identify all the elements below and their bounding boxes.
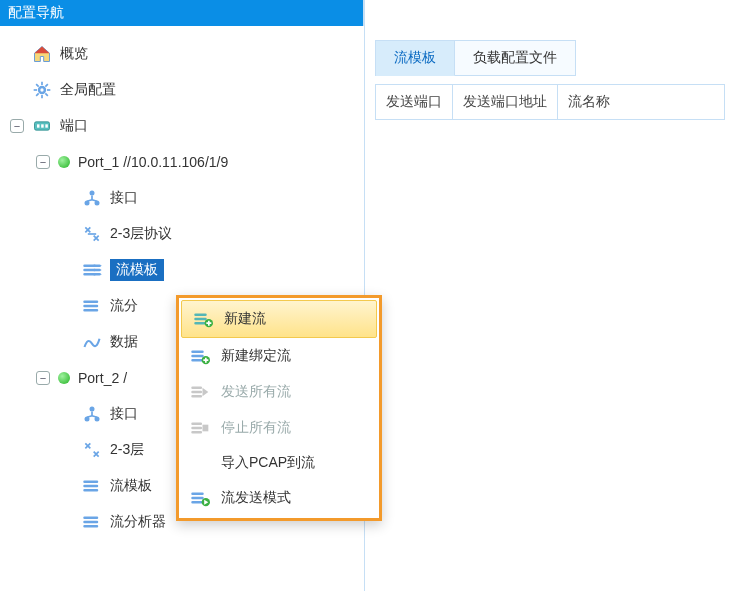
analyzer-icon	[82, 512, 102, 532]
status-dot-icon	[58, 156, 70, 168]
play-icon	[190, 382, 210, 402]
stop-icon	[190, 418, 210, 438]
tree-item-label: 2-3层协议	[110, 225, 172, 243]
content-area: 流模板 负载配置文件 发送端口 发送端口地址 流名称	[375, 40, 725, 580]
col-send-port[interactable]: 发送端口	[376, 85, 453, 119]
col-flow-name[interactable]: 流名称	[558, 85, 620, 119]
svg-line-7	[36, 93, 39, 96]
menu-item-label: 导入PCAP到流	[221, 454, 369, 472]
menu-item-label: 发送所有流	[221, 383, 369, 401]
tree-item-port1-interface[interactable]: 接口	[6, 180, 364, 216]
tree-item-label: 全局配置	[60, 81, 116, 99]
tree-item-overview[interactable]: 概览	[6, 36, 364, 72]
tab-payload-config[interactable]: 负载配置文件	[455, 41, 575, 76]
context-menu: 新建流 新建绑定流 发送所有流 停止所有流 导入PCAP到流 流发送模式	[176, 295, 382, 521]
protocol-icon	[82, 224, 102, 244]
tree-item-label: 流分析器	[110, 513, 166, 531]
panel-title: 配置导航	[0, 0, 364, 26]
svg-line-5	[36, 84, 39, 87]
tree-item-label: Port_1 //10.0.11.106/1/9	[78, 154, 228, 170]
menu-item-send-all: 发送所有流	[179, 374, 379, 410]
send-mode-icon	[190, 488, 210, 508]
tree-item-label: 数据	[110, 333, 138, 351]
tree-item-label: Port_2 /	[78, 370, 127, 386]
collapse-toggle-icon[interactable]: −	[36, 371, 50, 385]
home-icon	[32, 44, 52, 64]
flow-icon	[82, 296, 102, 316]
tree-item-port1-l23[interactable]: 2-3层协议	[6, 216, 364, 252]
tree-item-ports[interactable]: − 端口	[6, 108, 364, 144]
svg-point-14	[90, 191, 95, 196]
menu-item-label: 新建绑定流	[221, 347, 369, 365]
grid-header: 发送端口 发送端口地址 流名称	[375, 84, 725, 120]
tree-item-port1[interactable]: − Port_1 //10.0.11.106/1/9	[6, 144, 364, 180]
svg-marker-18	[100, 269, 103, 271]
svg-line-8	[45, 84, 48, 87]
gear-icon	[32, 80, 52, 100]
menu-item-send-mode[interactable]: 流发送模式	[179, 480, 379, 516]
interface-icon	[82, 188, 102, 208]
tree-item-label: 端口	[60, 117, 88, 135]
tree-item-port1-flow-template[interactable]: 流模板	[6, 252, 364, 288]
svg-point-20	[90, 407, 95, 412]
svg-rect-13	[45, 124, 48, 127]
flow-icon	[82, 260, 102, 280]
tab-flow-template[interactable]: 流模板	[376, 41, 455, 76]
menu-item-label: 新建流	[224, 310, 366, 328]
tree-item-label: 流模板	[110, 477, 152, 495]
collapse-toggle-icon[interactable]: −	[36, 155, 50, 169]
svg-rect-11	[37, 124, 40, 127]
protocol-icon	[82, 440, 102, 460]
col-send-port-addr[interactable]: 发送端口地址	[453, 85, 558, 119]
menu-item-label: 流发送模式	[221, 489, 369, 507]
menu-item-new-bound-flow[interactable]: 新建绑定流	[179, 338, 379, 374]
tab-bar: 流模板 负载配置文件	[375, 40, 576, 76]
interface-icon	[82, 404, 102, 424]
status-dot-icon	[58, 372, 70, 384]
tree-item-label: 2-3层	[110, 441, 144, 459]
data-icon	[82, 332, 102, 352]
svg-rect-26	[203, 425, 209, 432]
tree-item-label: 接口	[110, 189, 138, 207]
tree-item-label: 流分	[110, 297, 138, 315]
svg-marker-17	[100, 265, 103, 267]
menu-item-stop-all: 停止所有流	[179, 410, 379, 446]
svg-line-6	[45, 93, 48, 96]
tree-item-label: 流模板	[110, 259, 164, 281]
svg-marker-25	[203, 388, 209, 396]
menu-item-new-flow[interactable]: 新建流	[181, 300, 377, 338]
new-flow-icon	[193, 309, 213, 329]
collapse-toggle-icon[interactable]: −	[10, 119, 24, 133]
bind-flow-icon	[190, 346, 210, 366]
menu-item-import-pcap[interactable]: 导入PCAP到流	[179, 446, 379, 480]
tree-item-global-config[interactable]: 全局配置	[6, 72, 364, 108]
menu-item-label: 停止所有流	[221, 419, 369, 437]
port-icon	[32, 116, 52, 136]
svg-marker-19	[100, 273, 103, 275]
svg-point-9	[40, 88, 43, 91]
flow-icon	[82, 476, 102, 496]
tree-item-label: 接口	[110, 405, 138, 423]
svg-rect-12	[41, 124, 44, 127]
tree-item-label: 概览	[60, 45, 88, 63]
